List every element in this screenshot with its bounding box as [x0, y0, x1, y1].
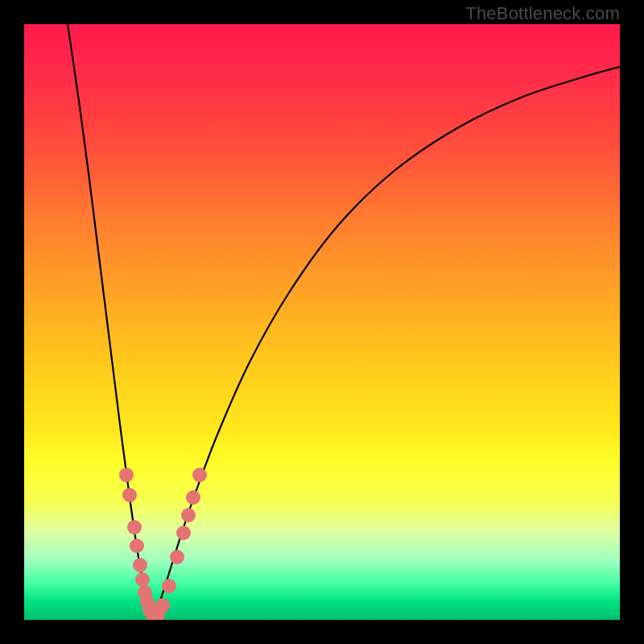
marker-dot	[181, 508, 196, 522]
marker-dot	[155, 598, 170, 613]
marker-dots	[119, 468, 207, 620]
marker-dot	[122, 488, 137, 502]
marker-dot	[162, 579, 176, 593]
marker-dot	[170, 550, 184, 564]
curve-layer	[24, 24, 620, 620]
marker-dot	[192, 468, 207, 482]
marker-dot	[119, 468, 134, 482]
curve-paths	[68, 24, 620, 620]
marker-dot	[130, 539, 144, 553]
watermark-text: TheBottleneck.com	[465, 3, 620, 24]
marker-dot	[133, 558, 147, 572]
marker-dot	[127, 520, 142, 535]
marker-dot	[176, 526, 191, 540]
series-right-curve	[153, 67, 620, 620]
marker-dot	[135, 572, 150, 587]
chart-container: TheBottleneck.com	[0, 0, 644, 644]
marker-dot	[186, 490, 200, 505]
